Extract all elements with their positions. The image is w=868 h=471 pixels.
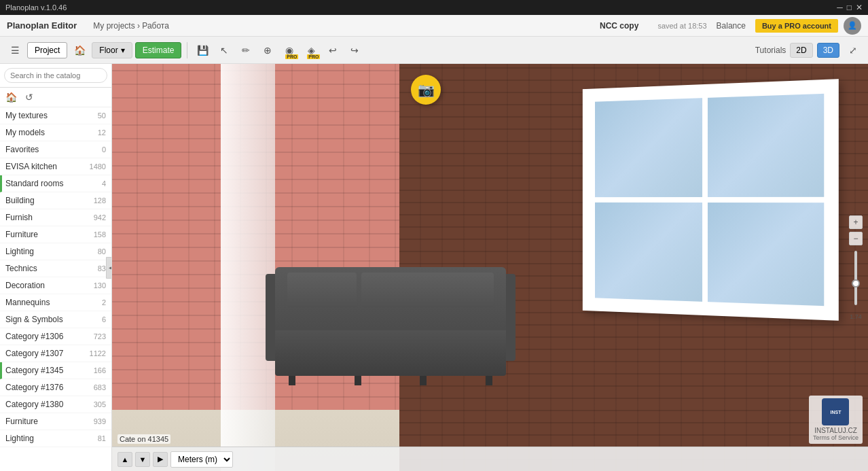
nav-down-button[interactable]: ▼ — [135, 452, 150, 467]
catalog-item[interactable]: Technics83 — [0, 260, 111, 277]
catalog-list: My textures50My models12Favorites0EVISA … — [0, 107, 111, 471]
catalog-item[interactable]: Lighting80 — [0, 243, 111, 260]
nav-up-button[interactable]: ▲ — [117, 452, 132, 467]
hamburger-menu-button[interactable]: ☰ — [5, 41, 24, 60]
catalog-item[interactable]: EVISA kitchen1480 — [0, 158, 111, 175]
close-btn[interactable]: ✕ — [856, 3, 863, 12]
window-frame — [583, 79, 839, 321]
catalog-item-label: Category #1307 — [5, 349, 63, 358]
catalog-item[interactable]: Building128 — [0, 192, 111, 209]
collapse-sidebar-button[interactable]: ◀ — [106, 257, 112, 279]
catalog-item[interactable]: My models12 — [0, 124, 111, 141]
view-3d-button[interactable]: 3D — [817, 43, 839, 58]
cursor-tool-button[interactable]: ↖ — [215, 41, 234, 60]
watermark: INST INSTALUJ.CZ Terms of Service — [809, 396, 863, 444]
pro-account-button[interactable]: Buy a PRO account — [755, 19, 838, 33]
app-title: Planoplan Editor — [7, 20, 77, 31]
catalog-item-count: 939 — [94, 417, 106, 425]
catalog-item-count: 83 — [98, 264, 106, 273]
move-tool-button[interactable]: ⊕ — [258, 41, 277, 60]
pro-tool-1-button[interactable]: ◉PRO — [280, 41, 299, 60]
home-sidebar-button[interactable]: 🏠 — [4, 90, 18, 104]
fullscreen-button[interactable]: ⤢ — [844, 41, 863, 60]
zoom-out-button[interactable]: − — [849, 232, 863, 245]
catalog-item-label: Category #1380 — [5, 400, 63, 409]
catalog-item-count: 6 — [102, 315, 106, 324]
catalog-item-count: 2 — [102, 298, 106, 307]
catalog-item[interactable]: Category #1345166 — [0, 362, 111, 379]
refresh-sidebar-button[interactable]: ↺ — [24, 90, 35, 104]
catalog-item[interactable]: Category #1376683 — [0, 379, 111, 396]
zoom-in-button[interactable]: + — [849, 215, 863, 229]
catalog-item-label: Category #1306 — [5, 332, 63, 341]
catalog-item[interactable]: My textures50 — [0, 107, 111, 124]
toolbar: ☰ Project 🏠 Floor ▾ Estimate 💾 ↖ ✏ ⊕ ◉PR… — [0, 37, 868, 64]
catalog-item-count: 683 — [94, 383, 106, 391]
breadcrumb[interactable]: My projects › Работа — [93, 21, 594, 31]
catalog-item[interactable]: Favorites0 — [0, 141, 111, 158]
catalog-item-label: Sign & Symbols — [5, 315, 63, 324]
maximize-btn[interactable]: □ — [847, 3, 852, 12]
catalog-item-count: 158 — [94, 230, 106, 239]
catalog-item-label: Standard rooms — [5, 179, 63, 188]
sofa-leg-4 — [486, 376, 492, 385]
toolbar-divider-1 — [187, 42, 187, 58]
viewport[interactable]: 📷 + − 1.74 Cate on 41345 INST INSTALUJ.C… — [112, 64, 868, 471]
pencil-tool-button[interactable]: ✏ — [236, 41, 255, 60]
floor-chevron: ▾ — [121, 46, 125, 55]
terms-of-service[interactable]: Terms of Service — [813, 434, 858, 441]
pro-tool-2-button[interactable]: ◈PRO — [302, 41, 321, 60]
catalog-item-label: Category #1345 — [5, 366, 63, 375]
window-panes — [590, 88, 830, 312]
floor-button[interactable]: Floor ▾ — [92, 42, 132, 58]
user-avatar[interactable]: 👤 — [844, 17, 861, 35]
save-icon-button[interactable]: 💾 — [193, 41, 212, 60]
catalog-item[interactable]: Category #13071122 — [0, 345, 111, 362]
catalog-item-count: 81 — [98, 434, 106, 442]
minimize-btn[interactable]: ─ — [837, 3, 843, 12]
catalog-item[interactable]: Sign & Symbols6 — [0, 311, 111, 328]
catalog-item-label: Lighting — [5, 434, 34, 443]
catalog-item-label: Furniture — [5, 417, 38, 426]
view-2d-button[interactable]: 2D — [790, 43, 812, 58]
catalog-item-count: 942 — [94, 213, 106, 222]
sidebar-icon-row: 🏠 ↺ — [0, 88, 111, 107]
sofa-object[interactable] — [275, 267, 506, 376]
window-pane-1 — [595, 98, 702, 197]
unit-select[interactable]: Meters (m) Feet (ft) Inches (in) — [170, 451, 233, 468]
catalog-item[interactable]: Furnish942 — [0, 209, 111, 226]
search-input[interactable] — [4, 68, 107, 83]
catalog-item[interactable]: Category #1306723 — [0, 328, 111, 345]
sofa-cushion-1 — [287, 273, 357, 308]
watermark-text: INSTALUJ.CZ — [813, 427, 858, 434]
redo-button[interactable]: ↪ — [345, 41, 364, 60]
zoom-value: 1.74 — [850, 313, 862, 320]
home-icon-button[interactable]: 🏠 — [70, 41, 89, 60]
app-version: Planoplan v.1.0.46 — [5, 3, 67, 12]
catalog-item[interactable]: Decoration130 — [0, 277, 111, 294]
undo-button[interactable]: ↩ — [323, 41, 342, 60]
title-bar: Planoplan v.1.0.46 ─ □ ✕ — [0, 0, 868, 15]
zoom-slider-thumb[interactable] — [852, 279, 860, 287]
catalog-item-label: My textures — [5, 111, 48, 120]
nav-right-button[interactable]: ▶ — [153, 452, 168, 467]
catalog-item[interactable]: Furniture939 — [0, 413, 111, 430]
camera-button[interactable]: 📷 — [411, 75, 441, 105]
catalog-item[interactable]: Furniture158 — [0, 226, 111, 243]
tutorials-button[interactable]: Tutorials — [755, 46, 786, 55]
project-button[interactable]: Project — [27, 42, 67, 58]
catalog-item-label: Furniture — [5, 230, 38, 239]
floor-label: Floor — [99, 46, 117, 55]
sidebar: 🏠 ↺ My textures50My models12Favorites0EV… — [0, 64, 112, 471]
sofa-cushion-3 — [424, 273, 494, 308]
catalog-item[interactable]: Lighting81 — [0, 430, 111, 447]
viewport-canvas: 📷 + − 1.74 Cate on 41345 INST INSTALUJ.C… — [112, 64, 868, 471]
catalog-item[interactable]: Standard rooms4 — [0, 175, 111, 192]
main-area: 🏠 ↺ My textures50My models12Favorites0EV… — [0, 64, 868, 471]
zoom-slider[interactable] — [854, 251, 857, 305]
sofa-back — [275, 267, 506, 338]
catalog-item[interactable]: Category #1380305 — [0, 396, 111, 413]
sofa-leg-3 — [420, 376, 427, 385]
catalog-item[interactable]: Mannequins2 — [0, 294, 111, 311]
estimate-button[interactable]: Estimate — [135, 42, 182, 58]
